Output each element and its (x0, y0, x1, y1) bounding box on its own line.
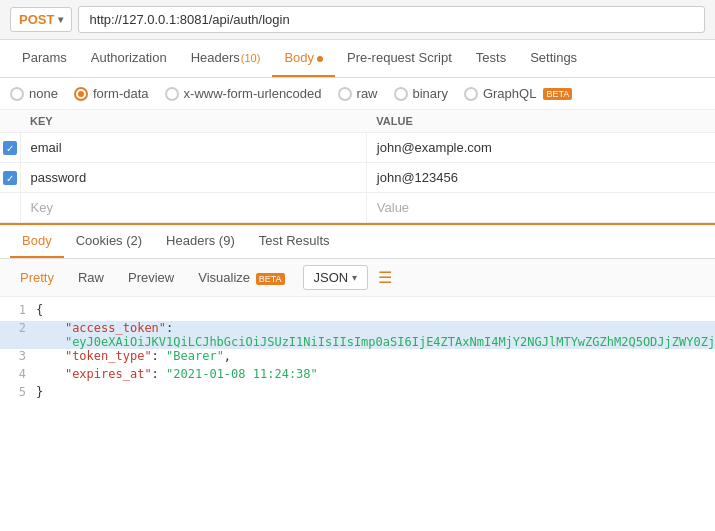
body-type-raw[interactable]: raw (338, 86, 378, 101)
tab-settings[interactable]: Settings (518, 40, 589, 77)
radio-none (10, 87, 24, 101)
code-line-4: 4 "expires_at": "2021-01-08 11:24:38" (0, 367, 715, 385)
key-col-header: KEY (20, 110, 366, 133)
kv-row-empty: Key Value (0, 193, 715, 223)
code-line-3: 3 "token_type": "Bearer", (0, 349, 715, 367)
checkbox-empty[interactable] (0, 193, 20, 223)
resp-tab-visualize[interactable]: Visualize BETA (188, 265, 294, 290)
response-tabs: Body Cookies (2) Headers (9) Test Result… (0, 223, 715, 259)
visualize-beta-badge: BETA (256, 273, 285, 285)
val-placeholder[interactable]: Value (367, 193, 715, 222)
val-email: john@example.com (367, 133, 715, 162)
resp-tab-pretty[interactable]: Pretty (10, 265, 64, 290)
body-type-binary[interactable]: binary (394, 86, 448, 101)
tab-tests[interactable]: Tests (464, 40, 518, 77)
chevron-down-icon: ▾ (58, 14, 63, 25)
body-dot (317, 56, 323, 62)
key-password: password (21, 163, 366, 192)
body-type-row: none form-data x-www-form-urlencoded raw… (0, 78, 715, 110)
format-icon[interactable]: ☰ (378, 268, 392, 287)
headers-badge: (10) (241, 52, 261, 64)
tab-response-cookies[interactable]: Cookies (2) (64, 225, 154, 258)
method-label: POST (19, 12, 54, 27)
response-toolbar: Pretty Raw Preview Visualize BETA JSON ▾… (0, 259, 715, 297)
body-type-none[interactable]: none (10, 86, 58, 101)
request-tabs: Params Authorization Headers(10) Body Pr… (0, 40, 715, 78)
val-col-header: VALUE (366, 110, 715, 133)
code-area: 1 { 2 "access_token": "eyJ0eXAiOiJKV1QiL… (0, 297, 715, 531)
code-line-2: 2 "access_token": "eyJ0eXAiOiJKV1QiLCJhb… (0, 321, 715, 349)
tab-response-headers[interactable]: Headers (9) (154, 225, 247, 258)
val-password: john@123456 (367, 163, 715, 192)
tab-response-test-results[interactable]: Test Results (247, 225, 342, 258)
kv-row-password: password john@123456 (0, 163, 715, 193)
key-placeholder[interactable]: Key (21, 193, 366, 222)
body-type-formdata[interactable]: form-data (74, 86, 149, 101)
url-input[interactable] (78, 6, 705, 33)
body-type-urlencoded[interactable]: x-www-form-urlencoded (165, 86, 322, 101)
resp-tab-raw[interactable]: Raw (68, 265, 114, 290)
radio-urlencoded (165, 87, 179, 101)
radio-binary (394, 87, 408, 101)
radio-raw (338, 87, 352, 101)
radio-graphql (464, 87, 478, 101)
tab-response-body[interactable]: Body (10, 225, 64, 258)
tab-authorization[interactable]: Authorization (79, 40, 179, 77)
url-bar: POST ▾ (0, 0, 715, 40)
code-line-5: 5 } (0, 385, 715, 403)
code-line-1: 1 { (0, 303, 715, 321)
checkbox-email[interactable] (0, 133, 20, 163)
format-selector[interactable]: JSON ▾ (303, 265, 369, 290)
tab-body[interactable]: Body (272, 40, 335, 77)
kv-row-email: email john@example.com (0, 133, 715, 163)
checkbox-col-header (0, 110, 20, 133)
method-select[interactable]: POST ▾ (10, 7, 72, 32)
body-type-graphql[interactable]: GraphQL BETA (464, 86, 572, 101)
tab-params[interactable]: Params (10, 40, 79, 77)
resp-tab-preview[interactable]: Preview (118, 265, 184, 290)
tab-headers[interactable]: Headers(10) (179, 40, 273, 77)
tab-prerequest[interactable]: Pre-request Script (335, 40, 464, 77)
kv-table: KEY VALUE email john@example.com passwor… (0, 110, 715, 223)
graphql-beta-badge: BETA (543, 88, 572, 100)
key-email: email (21, 133, 366, 162)
radio-formdata (74, 87, 88, 101)
app-container: POST ▾ Params Authorization Headers(10) … (0, 0, 715, 531)
chevron-down-icon: ▾ (352, 272, 357, 283)
checkbox-password[interactable] (0, 163, 20, 193)
